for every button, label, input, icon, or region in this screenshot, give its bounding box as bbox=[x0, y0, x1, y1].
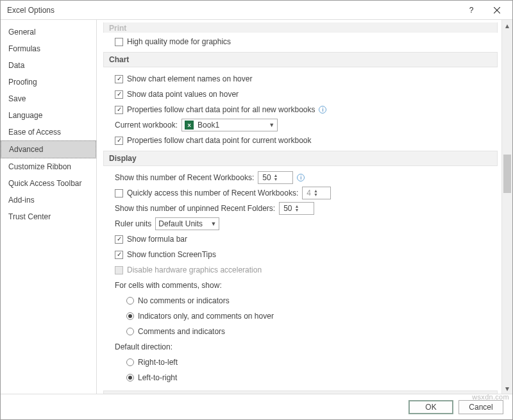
section-print-heading-partial: Print bbox=[103, 22, 498, 33]
combo-ruler-units-value: Default Units bbox=[158, 219, 203, 228]
content-pane: Print High quality mode for graphics Cha… bbox=[97, 20, 501, 394]
main-area: Print High quality mode for graphics Cha… bbox=[97, 20, 512, 394]
spinner-recent-workbooks[interactable]: 50 ▲▼ bbox=[258, 171, 293, 184]
scroll-thumb[interactable] bbox=[503, 155, 511, 193]
checkbox-show-element-names[interactable] bbox=[115, 75, 123, 83]
label-properties-all-workbooks: Properties follow chart data point for a… bbox=[127, 105, 315, 114]
label-ltr: Left-to-right bbox=[138, 373, 177, 382]
combo-current-workbook[interactable]: X Book1 ▼ bbox=[181, 119, 278, 131]
spinner-quick-access-recent: 4 ▲▼ bbox=[302, 187, 331, 199]
spinner-recent-folders-value: 50 bbox=[283, 204, 292, 213]
sidebar-item-formulas[interactable]: Formulas bbox=[1, 40, 96, 57]
scroll-up-arrow[interactable]: ▴ bbox=[502, 20, 512, 31]
label-ruler-units: Ruler units bbox=[115, 219, 151, 228]
radio-rtl[interactable] bbox=[126, 358, 134, 366]
label-rtl: Right-to-left bbox=[138, 358, 178, 367]
spinner-recent-workbooks-value: 50 bbox=[262, 173, 271, 182]
label-show-datapoint-values: Show data point values on hover bbox=[127, 90, 239, 99]
spinner-buttons[interactable]: ▲▼ bbox=[295, 205, 299, 212]
sidebar-item-add-ins[interactable]: Add-ins bbox=[1, 192, 96, 208]
checkbox-formula-bar[interactable] bbox=[115, 235, 123, 244]
info-icon[interactable]: i bbox=[319, 106, 326, 113]
spinner-buttons[interactable]: ▲▼ bbox=[274, 174, 278, 181]
label-high-quality-graphics: High quality mode for graphics bbox=[127, 37, 231, 46]
scroll-down-arrow[interactable]: ▾ bbox=[502, 383, 512, 394]
label-hw-accel: Disable hardware graphics acceleration bbox=[127, 265, 262, 274]
ok-button[interactable]: OK bbox=[408, 400, 453, 414]
section-chart-heading: Chart bbox=[103, 52, 498, 67]
sidebar-item-language[interactable]: Language bbox=[1, 107, 96, 124]
sidebar-item-general[interactable]: General bbox=[1, 24, 96, 40]
label-recent-workbooks: Show this number of Recent Workbooks: bbox=[115, 173, 254, 182]
sidebar-item-proofing[interactable]: Proofing bbox=[1, 74, 96, 90]
chevron-down-icon: ▼ bbox=[210, 221, 216, 227]
label-recent-folders: Show this number of unpinned Recent Fold… bbox=[115, 204, 275, 213]
sidebar: General Formulas Data Proofing Save Lang… bbox=[1, 20, 97, 394]
section-display-heading: Display bbox=[103, 151, 498, 166]
close-button[interactable] bbox=[484, 1, 510, 19]
sidebar-item-ease-of-access[interactable]: Ease of Access bbox=[1, 124, 96, 140]
sidebar-item-quick-access-toolbar[interactable]: Quick Access Toolbar bbox=[1, 175, 96, 192]
info-icon[interactable]: i bbox=[297, 174, 305, 181]
sidebar-item-save[interactable]: Save bbox=[1, 90, 96, 107]
checkbox-screentips[interactable] bbox=[115, 251, 123, 259]
combo-ruler-units[interactable]: Default Units ▼ bbox=[155, 217, 219, 230]
sidebar-item-data[interactable]: Data bbox=[1, 57, 96, 74]
cancel-button[interactable]: Cancel bbox=[458, 400, 503, 414]
combo-current-workbook-value: Book1 bbox=[198, 121, 219, 130]
sidebar-item-trust-center[interactable]: Trust Center bbox=[1, 208, 96, 225]
label-properties-current-workbook: Properties follow chart data point for c… bbox=[127, 136, 311, 145]
label-show-element-names: Show chart element names on hover bbox=[127, 74, 252, 83]
label-comments-heading: For cells with comments, show: bbox=[115, 281, 222, 290]
label-quick-access-recent: Quickly access this number of Recent Wor… bbox=[127, 189, 298, 197]
dialog-title: Excel Options bbox=[7, 6, 458, 15]
sidebar-item-customize-ribbon[interactable]: Customize Ribbon bbox=[1, 158, 96, 175]
watermark: wsxdn.com bbox=[472, 393, 509, 401]
radio-no-comments[interactable] bbox=[126, 297, 134, 305]
sidebar-item-advanced[interactable]: Advanced bbox=[1, 140, 96, 158]
radio-comments-and-indicators[interactable] bbox=[126, 328, 134, 335]
dialog-footer: OK Cancel bbox=[1, 394, 512, 419]
spinner-buttons: ▲▼ bbox=[314, 189, 318, 197]
label-screentips: Show function ScreenTips bbox=[127, 250, 216, 259]
checkbox-high-quality-graphics[interactable] bbox=[115, 38, 123, 46]
spinner-quick-access-value: 4 bbox=[307, 189, 311, 197]
checkbox-properties-all-workbooks[interactable] bbox=[115, 106, 123, 114]
label-current-workbook: Current workbook: bbox=[115, 121, 178, 130]
radio-ltr[interactable] bbox=[126, 374, 134, 382]
chevron-down-icon: ▼ bbox=[269, 122, 274, 128]
excel-icon: X bbox=[185, 121, 194, 130]
label-comments-and-indicators: Comments and indicators bbox=[138, 327, 225, 336]
label-no-comments: No comments or indicators bbox=[138, 296, 230, 305]
checkbox-hw-accel bbox=[115, 266, 123, 274]
checkbox-quick-access-recent[interactable] bbox=[115, 189, 123, 197]
excel-options-dialog: Excel Options ? General Formulas Data Pr… bbox=[0, 0, 513, 420]
help-button[interactable]: ? bbox=[458, 1, 484, 19]
vertical-scrollbar[interactable]: ▴ ▾ bbox=[501, 20, 512, 394]
checkbox-show-datapoint-values[interactable] bbox=[115, 90, 123, 99]
checkbox-properties-current-workbook[interactable] bbox=[115, 137, 123, 145]
label-default-direction: Default direction: bbox=[115, 342, 172, 351]
radio-indicators-only[interactable] bbox=[126, 312, 134, 320]
titlebar: Excel Options ? bbox=[1, 1, 512, 20]
label-indicators-only: Indicators only, and comments on hover bbox=[138, 312, 274, 321]
label-formula-bar: Show formula bar bbox=[127, 235, 187, 244]
spinner-recent-folders[interactable]: 50 ▲▼ bbox=[279, 202, 314, 215]
dialog-body: General Formulas Data Proofing Save Lang… bbox=[1, 20, 512, 394]
row-high-quality-graphics: High quality mode for graphics bbox=[115, 35, 498, 48]
